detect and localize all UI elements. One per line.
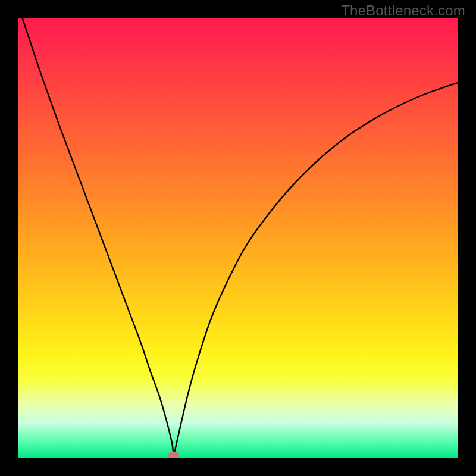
bottleneck-curve — [22, 18, 458, 455]
plot-area — [18, 18, 458, 458]
watermark-text: TheBottleneck.com — [341, 2, 465, 19]
curve-layer — [18, 18, 458, 458]
chart-frame: TheBottleneck.com — [0, 0, 476, 476]
optimal-marker — [168, 452, 179, 459]
